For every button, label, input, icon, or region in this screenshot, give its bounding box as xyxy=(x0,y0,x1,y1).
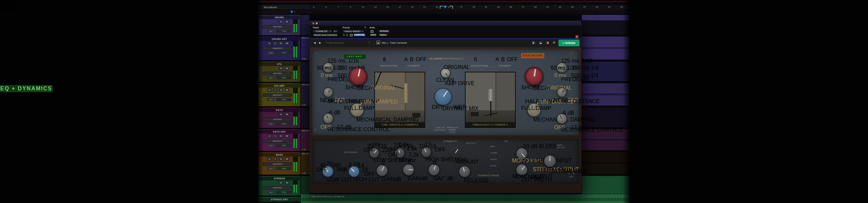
knob-predelay-right-scale: 250 ms 1/8 xyxy=(572,65,598,71)
ruler-tick: 53 xyxy=(620,6,623,8)
mode-label: GATE xyxy=(490,165,496,167)
out-meter-led xyxy=(572,164,575,166)
mic-select-right-3[interactable] xyxy=(480,57,485,62)
layout-right-icon[interactable]: ◨ xyxy=(546,41,549,44)
layout-bottom-icon[interactable]: ⬓ xyxy=(539,41,542,44)
microphone-label: MICROPHONE xyxy=(471,65,489,67)
knob-pointer xyxy=(382,166,384,171)
out-meter-led xyxy=(568,148,571,149)
chamber-button-label: B xyxy=(501,57,506,63)
activity-label: ACTIVITY xyxy=(466,142,476,144)
mode-button-off[interactable] xyxy=(481,144,487,149)
chamber-button-label: A xyxy=(495,57,500,63)
gear-icon[interactable]: ⚙ xyxy=(364,26,366,29)
mode-button-duck[interactable] xyxy=(481,157,487,162)
knob-low-cut-scale: 70 xyxy=(326,161,332,167)
chamber-select-right-a[interactable]: A xyxy=(495,57,500,62)
out-meter-led xyxy=(572,148,575,149)
mode-label: DUCK xyxy=(490,158,497,161)
mode-button-comp[interactable] xyxy=(481,151,487,156)
mic-select-right-4[interactable] xyxy=(486,57,491,62)
chamber-select-left-off[interactable]: OFF xyxy=(416,57,422,62)
mic-select-left-3[interactable] xyxy=(389,57,394,62)
bypass-button[interactable]: BYPASS xyxy=(378,29,390,33)
chamber-select-right-b[interactable]: B xyxy=(501,57,506,62)
chamber-select-right-off[interactable]: OFF xyxy=(507,57,513,62)
knob-out-width-label: OUT WIDTH xyxy=(521,177,552,183)
ruler-tick: 25 xyxy=(448,6,451,8)
mic-select-left-1[interactable] xyxy=(377,57,382,62)
knob-decay-right[interactable] xyxy=(525,67,544,86)
ruler-tick: 13 xyxy=(374,6,377,8)
knob-pointer xyxy=(534,69,536,76)
knob-out-balance[interactable] xyxy=(544,155,556,167)
knob-gain-low-scale: 0 xyxy=(381,160,384,166)
layout-left-icon[interactable]: ◧ xyxy=(532,41,535,44)
window-titlebar[interactable] xyxy=(310,21,581,26)
predelay-tempo-sync-button[interactable] xyxy=(447,119,453,125)
out-meter-led xyxy=(568,162,571,163)
ruler-tick: 39 xyxy=(534,6,537,8)
knob-gain-mid-scale: 0 xyxy=(408,160,411,166)
knob-gain-low-unit: dB xyxy=(395,176,401,182)
chamber-select-left-a[interactable]: A xyxy=(404,57,409,62)
knob-gain-high-scale: 0 xyxy=(433,160,436,166)
knob-amount-label: AMOUNT xyxy=(455,159,479,165)
knob-pointer xyxy=(561,90,564,92)
io-section-label: I/O xyxy=(504,140,508,143)
chamber-button-label: A xyxy=(404,57,409,63)
knob-mech-damping-left-scale: UN- DAMPED xyxy=(363,99,398,105)
screw-icon xyxy=(314,129,317,132)
knob-mid-label: MIDHz xyxy=(399,157,416,163)
target-button[interactable] xyxy=(575,35,578,38)
knob-release[interactable] xyxy=(458,165,471,178)
ruler-tick: 37 xyxy=(522,6,525,8)
link-lr-controls-button[interactable] xyxy=(437,119,443,125)
knob-pointer xyxy=(358,69,360,76)
out-meter-led xyxy=(572,157,575,159)
knob-decay-left-label: DECAY xyxy=(357,85,375,91)
out-meter-led xyxy=(572,166,575,168)
auto-label: Auto xyxy=(370,26,375,29)
ruler-tick: 15 xyxy=(386,6,389,8)
out-meter-led xyxy=(568,150,571,152)
knob-mic-distance-right[interactable] xyxy=(557,87,567,97)
knob-gain-high-unit: dB xyxy=(447,176,453,181)
chamber-select-left-b[interactable]: B xyxy=(410,57,415,62)
knob-gain-mid-unit: dB xyxy=(421,176,428,181)
ruler-tick: 23 xyxy=(435,6,438,8)
knob-in-label: IN xyxy=(521,158,527,164)
mode-led-off xyxy=(476,145,478,148)
mode-button-gate[interactable] xyxy=(481,163,487,168)
eq-engage-button[interactable] xyxy=(350,144,356,149)
knob-dry-wet-mix[interactable] xyxy=(434,88,452,106)
knob-dry-wet-mix-scale: DRY xyxy=(432,104,443,110)
mic-select-left-2[interactable]: 8 xyxy=(383,57,388,62)
mode-lcd: EQ + DYNAMICS xyxy=(0,85,53,92)
swap-lr-out-button[interactable] xyxy=(547,144,552,149)
knob-mech-damping-left-scale: FULL DAMP xyxy=(344,105,374,111)
knob-decay-right-label: DECAY xyxy=(533,85,551,91)
minimize-icon[interactable] xyxy=(316,22,318,24)
out-meter-label: OUT xyxy=(569,176,573,178)
knob-high-shelf-scale: OFF xyxy=(435,147,446,153)
knob-high-cut-scale: 8 xyxy=(349,162,352,168)
dynamics-mode-label: DYNAMICS MODE xyxy=(478,174,499,177)
out-meter-led xyxy=(568,145,571,147)
knob-pointer xyxy=(550,156,550,161)
knob-amount[interactable] xyxy=(450,148,461,158)
knob-mic-distance-left[interactable] xyxy=(323,87,333,97)
ruler-tick: 9 xyxy=(350,6,351,8)
mic-select-right-2[interactable]: 8 xyxy=(474,57,479,62)
knob-low-cut-scale: 45 xyxy=(320,162,326,168)
ruler-tick: 51 xyxy=(608,6,611,8)
knob-resonance-right-scale: -6 dB xyxy=(561,110,574,116)
mic-select-left-4[interactable] xyxy=(395,57,400,62)
close-icon[interactable] xyxy=(312,22,314,24)
mic-select-right-1[interactable] xyxy=(468,57,473,62)
settings-gear-icon[interactable]: ⚙ xyxy=(553,41,555,44)
knob-gain-high-label: GAINdB xyxy=(433,176,453,182)
knob-decay-left[interactable] xyxy=(349,67,368,86)
ruler-tick: 21 xyxy=(423,6,426,8)
preset-selector[interactable]: <factory default>▼ xyxy=(342,29,364,33)
